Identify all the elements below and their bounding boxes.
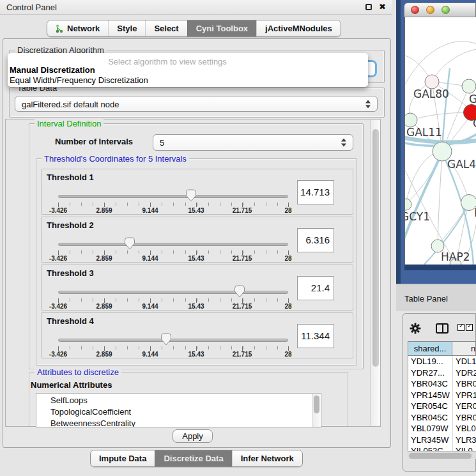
combo-spinner-icon xyxy=(365,100,371,108)
split-columns-icon[interactable] xyxy=(436,323,449,334)
minimize-traffic-light-icon[interactable] xyxy=(426,6,434,14)
tick-label: 28 xyxy=(284,303,291,310)
table-data-group: Table Data galFiltered.sif default node xyxy=(9,88,385,118)
tick-label: 9.144 xyxy=(142,351,158,358)
network-icon xyxy=(56,24,64,33)
tick-label: 28 xyxy=(284,255,291,262)
interval-definition-title: Interval Definition xyxy=(35,119,104,128)
threshold-1-label: Threshold 1 xyxy=(47,173,94,182)
tab-discretize-data[interactable]: Discretize Data xyxy=(155,450,231,466)
close-traffic-light-icon[interactable] xyxy=(411,6,419,14)
checkbox-select-none-icon[interactable]: ✓ xyxy=(466,324,473,331)
attributes-list-scrollbar-thumb[interactable] xyxy=(314,395,319,413)
bottom-tabbar: Impute Data Discretize Data Infer Networ… xyxy=(90,450,303,467)
vertical-scrollbar-thumb[interactable] xyxy=(372,129,379,367)
network-window-titlebar[interactable] xyxy=(404,3,476,17)
tab-cyni-toolbox[interactable]: Cyni Toolbox xyxy=(187,20,256,36)
threshold-1-slider-track[interactable] xyxy=(58,195,288,198)
algorithm-dropdown-popup: Select algorithm to view settings Manual… xyxy=(8,53,368,87)
apply-button[interactable]: Apply xyxy=(173,429,213,443)
tick-label: 15.43 xyxy=(188,351,204,358)
threshold-1-value-field[interactable]: 14.713 xyxy=(297,180,334,204)
tick-label: 9.144 xyxy=(142,255,158,262)
tab-network[interactable]: Network xyxy=(47,20,108,36)
column-header-name-label: name xyxy=(471,344,476,353)
zoom-traffic-light-icon[interactable] xyxy=(441,6,450,14)
tick-label: 9.144 xyxy=(142,207,158,214)
threshold-3-slider-track[interactable] xyxy=(58,291,288,294)
algorithm-item-manual[interactable]: Manual Discretization xyxy=(10,65,95,75)
number-of-intervals-combobox[interactable]: 5 xyxy=(153,134,353,151)
threshold-panel-3: Threshold 3 -3.426 2.859 9.144 15.43 21.… xyxy=(41,265,353,311)
horizontal-scrollbar-thumb[interactable] xyxy=(409,453,472,459)
threshold-1-slider-thumb[interactable] xyxy=(185,189,197,202)
tab-cyni-toolbox-label: Cyni Toolbox xyxy=(196,24,248,33)
table-panel-titlebar: Table Panel xyxy=(396,284,476,311)
table-row[interactable]: YBR043CYBR0 xyxy=(408,378,476,390)
vertical-scrollbar[interactable] xyxy=(370,120,380,426)
table-row[interactable]: YIL052CYIL0 xyxy=(408,445,476,451)
list-item-selfloops[interactable]: SelfLoops xyxy=(50,395,88,405)
algorithm-hint-item[interactable]: Select algorithm to view settings xyxy=(84,57,250,66)
threshold-2-label: Threshold 2 xyxy=(47,220,94,230)
table-row[interactable]: YDL19...YDL1 xyxy=(408,356,476,367)
column-header-shared-name[interactable]: shared... xyxy=(408,341,452,356)
table-row[interactable]: YPR145WYPR1 xyxy=(408,390,476,401)
number-of-intervals-label: Number of Intervals xyxy=(55,137,133,146)
table-row[interactable]: YBR045CYBR0 xyxy=(408,412,476,424)
float-window-icon[interactable] xyxy=(365,4,372,10)
threshold-3-slider-thumb[interactable] xyxy=(234,285,245,298)
threshold-2-value-field[interactable]: 6.316 xyxy=(297,228,334,252)
tab-jactivemnodules[interactable]: jActiveMNodules xyxy=(256,20,341,36)
tick-label: 15.43 xyxy=(188,303,204,310)
network-canvas[interactable]: GAL80 GA C GAL11 GAL4 GCY1 H HAP2 xyxy=(404,17,476,265)
threshold-3-label: Threshold 3 xyxy=(47,268,94,278)
tab-style[interactable]: Style xyxy=(108,20,145,36)
tick-label: 2.859 xyxy=(96,255,112,262)
combo-spinner-icon xyxy=(341,139,347,147)
tab-select[interactable]: Select xyxy=(145,20,187,36)
threshold-2-slider-thumb[interactable] xyxy=(124,237,135,250)
list-item-betweennesscentrality[interactable]: BetweennessCentrality xyxy=(50,418,135,427)
threshold-4-slider-track[interactable] xyxy=(58,339,288,342)
checkbox-select-all-icon[interactable]: ✓ xyxy=(457,324,464,331)
table-row[interactable]: YLR345WYLR3 xyxy=(408,434,476,446)
tick-label: 15.43 xyxy=(188,207,204,214)
threshold-4-ticks xyxy=(58,346,289,351)
tick-label: 15.43 xyxy=(188,255,204,262)
threshold-4-value-field[interactable]: 11.344 xyxy=(297,324,334,348)
algorithm-item-equal-width[interactable]: Equal Width/Frequency Discretization xyxy=(10,75,148,85)
list-item-topologicalcoefficient[interactable]: TopologicalCoefficient xyxy=(50,407,131,417)
tick-label: 21.715 xyxy=(233,303,252,310)
table-body: YDL19...YDL1 YDR27...YDR2 YBR043CYBR0 YP… xyxy=(408,356,476,451)
node-label-gal4: GAL4 xyxy=(447,158,476,171)
horizontal-scrollbar[interactable] xyxy=(408,451,476,459)
tick-label: 28 xyxy=(284,207,291,214)
tab-network-label: Network xyxy=(67,24,100,33)
threshold-4-slider-thumb[interactable] xyxy=(160,333,172,346)
tick-label: 21.715 xyxy=(233,351,252,358)
tick-label: -3.426 xyxy=(49,207,67,214)
threshold-2-slider-track[interactable] xyxy=(58,243,288,246)
column-header-name[interactable]: name xyxy=(452,341,476,356)
node-label-gal80: GAL80 xyxy=(413,88,449,100)
table-row[interactable]: YER054CYER0 xyxy=(408,401,476,412)
numerical-attributes-label: Numerical Attributes xyxy=(31,380,112,390)
threshold-1-ticks xyxy=(58,203,289,207)
threshold-3-ticks xyxy=(58,298,289,303)
node-label-gal11: GAL11 xyxy=(406,126,442,139)
attributes-list-scrollbar[interactable] xyxy=(312,394,320,427)
node-gal80 xyxy=(425,75,439,89)
tab-impute-data[interactable]: Impute Data xyxy=(91,450,155,466)
attributes-group: Attributes to discretize Numerical Attri… xyxy=(29,372,348,427)
control-panel-tabbar: Network Style Select Cyni Toolbox jActiv… xyxy=(47,20,341,37)
table-row[interactable]: YDR27...YDR2 xyxy=(408,367,476,379)
table-row[interactable]: YBL079WYBL0 xyxy=(408,423,476,434)
tab-infer-network[interactable]: Infer Network xyxy=(232,450,302,466)
close-icon[interactable]: ✖ xyxy=(379,2,386,12)
gear-icon[interactable] xyxy=(410,323,421,334)
tab-impute-data-label: Impute Data xyxy=(99,454,146,463)
threshold-3-value-field[interactable]: 21.4 xyxy=(297,276,334,300)
tab-style-label: Style xyxy=(117,24,137,33)
table-data-combobox[interactable]: galFiltered.sif default node xyxy=(15,96,378,112)
